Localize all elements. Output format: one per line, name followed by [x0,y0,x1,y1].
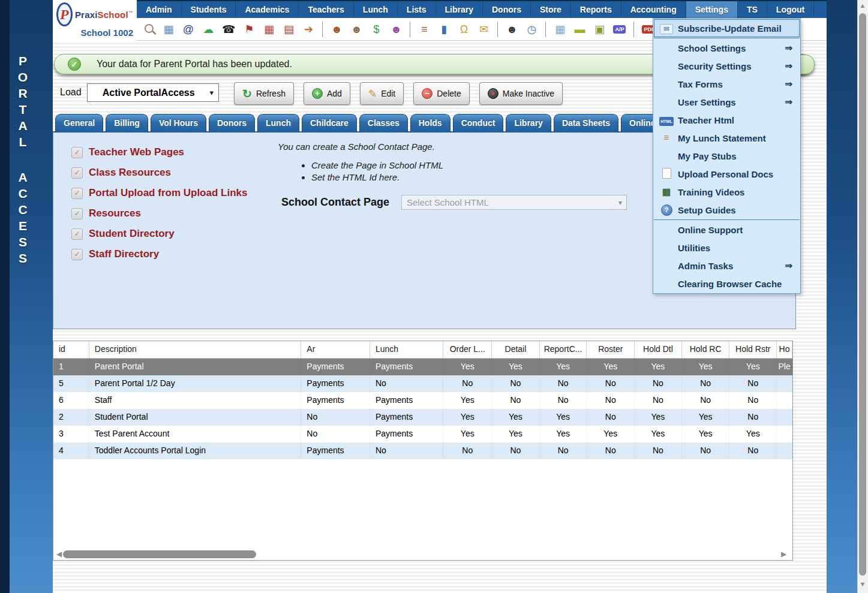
hscroll-right-arrow[interactable]: ▶ [781,550,786,558]
checkbox-checked-icon[interactable]: ✓ [71,228,83,240]
print-check-icon[interactable]: ▣ [593,23,605,35]
email-at-icon[interactable]: @ [182,23,194,35]
mobile-phone-icon[interactable]: ☎ [222,23,235,35]
table-row[interactable]: 1Parent PortalPaymentsPaymentsYesYesYesY… [53,359,792,375]
tab-conduct[interactable]: Conduct [453,114,504,133]
menu-item-user-settings[interactable]: User Settings⇒ [654,93,800,111]
menu-item-upload-personal-docs[interactable]: Upload Personal Docs [654,165,800,183]
column-header-hold-rc[interactable]: Hold RC [682,341,730,358]
nav-item-donors[interactable]: Donors [483,1,531,18]
make-inactive-button[interactable]: ●Make Inactive [479,82,563,105]
staff-icon[interactable]: ☻ [506,23,518,35]
menu-item-my-lunch-statement[interactable]: ≡My Lunch Statement [654,129,800,147]
menu-item-school-settings[interactable]: School Settings⇒ [654,39,800,57]
column-header-hold-rstr[interactable]: Hold Rstr [729,341,777,358]
mail-forward-icon[interactable]: ✉ [477,23,489,35]
checkbox-checked-icon[interactable]: ✓ [71,249,83,260]
hscroll-left-arrow[interactable]: ◀ [56,550,62,558]
bell-icon[interactable]: Ω [458,23,470,35]
nav-item-reports[interactable]: Reports [571,1,621,18]
scroll-up-arrow[interactable]: ▲ [858,2,867,9]
menu-item-admin-tasks[interactable]: Admin Tasks⇒ [654,257,800,275]
menu-item-online-support[interactable]: Online Support [654,221,800,239]
money-icon[interactable]: $ [370,23,382,35]
tab-classes[interactable]: Classes [359,114,408,133]
search-icon[interactable] [143,23,155,35]
nav-item-teachers[interactable]: Teachers [299,1,353,18]
tab-holds[interactable]: Holds [410,114,450,133]
table-row[interactable]: 2Student PortalNoPaymentsYesYesYesNoYesY… [53,409,792,426]
table-row[interactable]: 5Parent Portal 1/2 DayPaymentsNoNoNoNoNo… [53,375,792,392]
menu-item-clearing-browser-cache[interactable]: Clearing Browser Cache [654,275,800,293]
add-button[interactable]: +Add [304,82,350,105]
hscroll-thumb[interactable] [63,550,256,558]
column-header-hold-dtl[interactable]: Hold Dtl [635,341,682,358]
menu-item-security-settings[interactable]: Security Settings⇒ [654,57,800,75]
spreadsheet-icon[interactable]: ▦ [554,23,566,35]
checkbox-checked-icon[interactable]: ✓ [71,167,83,179]
add-student-icon[interactable]: ☻ [331,23,343,35]
column-header-ho[interactable]: Ho [777,341,792,358]
nav-item-accounting[interactable]: Accounting [621,1,686,18]
checkbox-resources[interactable]: ✓Resources [71,207,247,220]
nav-item-admin[interactable]: Admin [137,1,182,18]
tab-donors[interactable]: Donors [209,114,255,133]
checkbox-checked-icon[interactable]: ✓ [71,147,83,158]
table-row[interactable]: 4Toddler Accounts Portal LoginPaymentsNo… [53,443,792,459]
column-header-description[interactable]: Description [89,341,302,358]
checkbox-teacher-web-pages[interactable]: ✓Teacher Web Pages [71,146,247,159]
tab-data-sheets[interactable]: Data Sheets [554,114,618,133]
menu-item-my-pay-stubs[interactable]: My Pay Stubs [654,147,800,165]
nav-item-store[interactable]: Store [531,1,571,18]
nav-item-students[interactable]: Students [182,1,236,18]
nav-item-ts[interactable]: TS [738,1,767,18]
flag-icon[interactable]: ⚑ [243,23,255,35]
column-header-roster[interactable]: Roster [587,341,635,358]
edit-button[interactable]: ✎Edit [360,82,404,105]
calculator-calendar-icon[interactable]: ▦ [263,23,275,35]
checkbox-portal-upload-from-upload-links[interactable]: ✓Portal Upload from Upload Links [71,186,247,200]
checkbox-staff-directory[interactable]: ✓Staff Directory [71,248,247,261]
tab-childcare[interactable]: Childcare [302,114,357,133]
calendar-date-icon[interactable]: ▤ [283,23,295,35]
column-header-ar[interactable]: Ar [301,341,370,358]
calendar-grid-icon[interactable]: ▦ [163,23,175,35]
nav-item-academics[interactable]: Academics [236,1,299,18]
refresh-button[interactable]: ↻Refresh [234,82,294,105]
checkbox-checked-icon[interactable]: ✓ [71,188,83,199]
column-header-id[interactable]: id [53,341,89,358]
student-icon[interactable]: ☻ [350,23,362,35]
menu-item-training-videos[interactable]: ▦Training Videos [654,183,800,201]
lunch-icon[interactable]: ≡ [418,23,430,35]
tab-vol-hours[interactable]: Vol Hours [151,114,206,133]
load-dropdown[interactable]: Active PortalAccess ▾ [87,83,219,102]
delete-button[interactable]: −Delete [413,82,469,105]
ap-badge-icon[interactable]: A/P [613,25,626,34]
scroll-down-arrow[interactable]: ▼ [858,580,867,588]
checkbox-student-directory[interactable]: ✓Student Directory [71,227,247,240]
nav-item-logout[interactable]: Logout [767,1,814,18]
table-row[interactable]: 3Test Parent AccountNoPaymentsYesYesYesY… [53,426,792,443]
menu-item-setup-guides[interactable]: ?Setup Guides [654,201,800,219]
payment-card-icon[interactable]: ▬ [573,23,585,35]
column-header-lunch[interactable]: Lunch [370,341,444,358]
column-header-detail[interactable]: Detail [492,341,540,358]
nav-item-lists[interactable]: Lists [398,1,436,18]
nav-item-library[interactable]: Library [436,1,483,18]
family-icon[interactable]: ☻ [390,23,402,35]
menu-item-tax-forms[interactable]: Tax Forms⇒ [654,75,800,93]
table-row[interactable]: 6StaffPaymentsPaymentsYesNoNoNoNoNoNo [53,392,792,409]
school-contact-page-dropdown[interactable]: Select School HTML ▾ [401,195,627,210]
nav-item-settings[interactable]: Settings [686,1,738,18]
notebook-icon[interactable]: ▮ [438,23,450,35]
tab-general[interactable]: General [55,114,103,133]
megaphone-icon[interactable]: ➔ [302,23,314,35]
menu-item-teacher-html[interactable]: HTMLTeacher Html [654,111,800,129]
nav-item-lunch[interactable]: Lunch [354,1,398,18]
column-header-order-l[interactable]: Order L... [443,341,492,358]
checkbox-class-resources[interactable]: ✓Class Resources [71,166,247,179]
tab-billing[interactable]: Billing [106,114,148,133]
column-header-reportc[interactable]: ReportC... [540,341,587,358]
alarm-clock-icon[interactable]: ◷ [525,23,537,35]
checkbox-checked-icon[interactable]: ✓ [71,208,83,219]
